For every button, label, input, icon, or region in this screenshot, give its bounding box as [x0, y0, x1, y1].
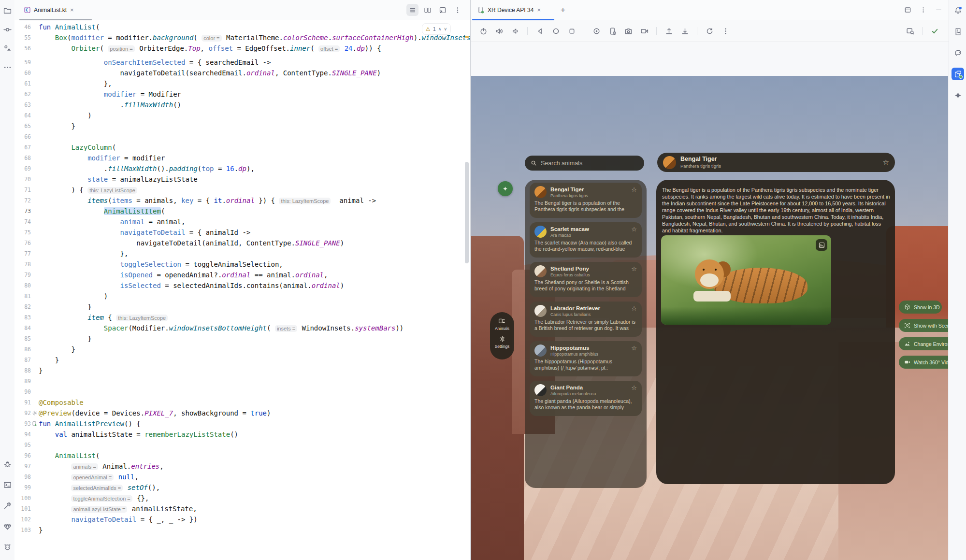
code-line-80[interactable]: 80 isSelected = selectedAnimalIds.contai… [14, 280, 470, 291]
kebab-button[interactable] [451, 4, 463, 16]
code-line-97[interactable]: 97 animals = Animal.entries, [14, 461, 470, 472]
check-button[interactable] [928, 25, 941, 37]
code-line-95[interactable]: 95 [14, 440, 470, 450]
code-line-88[interactable]: 88} [14, 365, 470, 376]
code-line-100[interactable]: 100 toggleAnimalSelection = {}, [14, 493, 470, 503]
app-insights-button[interactable] [1, 520, 14, 532]
favorite-star-icon[interactable]: ☆ [883, 158, 889, 167]
layout-button[interactable] [902, 4, 914, 16]
notifications-bell-button[interactable] [952, 4, 964, 16]
tab-animallist-kt[interactable]: AnimalList.kt × [19, 0, 79, 20]
code-line-59[interactable]: 59 onSearchItemSelected = { searchedEmai… [14, 57, 470, 68]
code-line-60[interactable]: 60 navigateToDetail(searchedEmail.ordina… [14, 68, 470, 78]
env-button-show-in-3d[interactable]: Show in 3D [899, 301, 942, 314]
gradle-button[interactable] [952, 46, 964, 59]
new-tab-icon[interactable]: + [561, 6, 565, 14]
overview-button[interactable] [565, 25, 578, 37]
code-line-85[interactable]: 85 } [14, 333, 470, 344]
prev-issue-icon[interactable]: ∧ [438, 27, 442, 31]
code-line-93[interactable]: 93fun AnimalListPreview() { [14, 418, 470, 429]
code-line-61[interactable]: 61 }, [14, 78, 470, 89]
video-record-button[interactable] [638, 25, 650, 37]
code-line-101[interactable]: 101 animalLazyListState = animalListStat… [14, 503, 470, 514]
favorite-star-icon[interactable]: ☆ [631, 265, 637, 273]
code-line-72[interactable]: 72 items(items = animals, key = { it.ord… [14, 195, 470, 206]
close-tab-icon[interactable]: × [70, 7, 74, 13]
window-search-button[interactable] [904, 25, 916, 37]
code-line-81[interactable]: 81 ) [14, 291, 470, 302]
power-button[interactable] [477, 25, 490, 37]
code-line-76[interactable]: 76 navigateToDetail(animalId, ContentTyp… [14, 238, 470, 248]
close-tab-icon[interactable]: × [537, 7, 541, 13]
back-button[interactable] [533, 25, 546, 37]
logcat-button[interactable] [1, 541, 14, 553]
screen-record-button[interactable] [590, 25, 603, 37]
search-input[interactable]: Search animals [525, 156, 644, 171]
nav-item-animals[interactable]: Animals [495, 317, 509, 331]
code-line-99[interactable]: 99 selectedAnimalIds = setOf(), [14, 482, 470, 493]
favorite-star-icon[interactable]: ☆ [631, 384, 637, 391]
animal-card-shetland-pony[interactable]: Shetland PonyEquus ferus caballus☆The Sh… [530, 262, 642, 297]
code-line-92[interactable]: 92@Preview(device = Devices.PIXEL_7, sho… [14, 408, 470, 418]
volume-up-button[interactable] [493, 25, 505, 37]
project-folder-button[interactable] [1, 4, 14, 17]
code-line-94[interactable]: 94 val animalListState = rememberLazyLis… [14, 429, 470, 440]
xr-device-screen[interactable]: Search animals AnimalsSettings Bengal Ti… [471, 76, 948, 560]
minimize-button[interactable] [933, 4, 945, 16]
code-line-83[interactable]: 83 item { this: LazyItemScope [14, 312, 470, 323]
code-line-64[interactable]: 64 ) [14, 110, 470, 121]
code-line-62[interactable]: 62 modifier = Modifier [14, 89, 470, 100]
code-line-70[interactable]: 70 state = animalLazyListState [14, 174, 470, 185]
animal-card-scarlet-macaw[interactable]: Scarlet macawAra macao☆The scarlet macaw… [530, 222, 642, 258]
favorite-star-icon[interactable]: ☆ [631, 345, 637, 352]
animal-card-giant-panda[interactable]: Giant PandaAiluropoda melanoleuca☆The gi… [530, 381, 642, 416]
kebab-button[interactable] [719, 25, 732, 37]
collapse-view-button[interactable] [436, 4, 448, 16]
code-line-86[interactable]: 86 } [14, 344, 470, 355]
running-devices-button[interactable] [952, 68, 964, 80]
device-settings-button[interactable] [606, 25, 619, 37]
build-button[interactable] [1, 499, 14, 512]
upload-button[interactable] [663, 25, 675, 37]
next-issue-icon[interactable]: ∨ [444, 27, 447, 31]
animal-card-labrador-retriever[interactable]: Labrador RetrieverCanis lupus familiaris… [530, 302, 642, 337]
favorite-star-icon[interactable]: ☆ [631, 186, 637, 193]
code-line-55[interactable]: 55 Box(modifier = modifier.background( c… [14, 32, 470, 43]
debug-button[interactable] [1, 458, 14, 470]
scrollbar-thumb[interactable] [465, 162, 469, 263]
code-line-75[interactable]: 75 navigateToDetail = { animalId -> [14, 227, 470, 238]
code-line-66[interactable]: 66 [14, 131, 470, 142]
env-button-change-environm[interactable]: Change Environm [899, 337, 948, 350]
code-line-91[interactable]: 91@Composable [14, 397, 470, 408]
code-line-56[interactable]: 56 Orbiter( position = OrbiterEdge.Top, … [14, 43, 470, 54]
expand-image-button[interactable] [816, 239, 827, 251]
device-manager-button[interactable] [952, 25, 964, 38]
volume-down-button[interactable] [509, 25, 521, 37]
favorite-star-icon[interactable]: ☆ [631, 226, 637, 233]
code-line-89[interactable]: 89 [14, 376, 470, 387]
code-line-73[interactable]: 73 AnimalListItem( [14, 206, 470, 216]
kebab-button[interactable] [917, 4, 929, 16]
animal-card-hippopotamus[interactable]: HippopotamusHippopotamus amphibius☆The h… [530, 341, 642, 376]
animal-card-bengal-tiger[interactable]: Bengal TigerPanthera tigris tigris☆The B… [530, 183, 642, 218]
code-line-82[interactable]: 82 } [14, 302, 470, 312]
code-line-74[interactable]: 74 animal = animal, [14, 216, 470, 227]
code-line-65[interactable]: 65 } [14, 121, 470, 131]
gemini-button[interactable] [952, 89, 964, 101]
code-line-46[interactable]: 46fun AnimalList( [14, 22, 470, 32]
env-button-watch-360-video[interactable]: Watch 360° Video [899, 356, 948, 369]
code-line-63[interactable]: 63 .fillMaxWidth() [14, 100, 470, 110]
structure-button[interactable] [1, 42, 14, 55]
code-line-98[interactable]: 98 openedAnimal = null, [14, 472, 470, 482]
code-line-96[interactable]: 96 AnimalList( [14, 450, 470, 461]
code-line-102[interactable]: 102 navigateToDetail = { _, _ -> }) [14, 514, 470, 525]
list-view-button[interactable] [406, 4, 418, 16]
env-button-show-with-scene[interactable]: Show with Scene [899, 319, 948, 332]
code-line-79[interactable]: 79 isOpened = openedAnimal?.ordinal == a… [14, 270, 470, 280]
code-line-84[interactable]: 84 Spacer(Modifier.windowInsetsBottomHei… [14, 323, 470, 333]
tab-xr-device[interactable]: XR Device API 34 × [472, 0, 546, 20]
commit-button[interactable] [1, 23, 14, 36]
run-preview-icon[interactable] [32, 421, 38, 427]
screenshot-button[interactable] [622, 25, 634, 37]
reset-button[interactable] [703, 25, 716, 37]
